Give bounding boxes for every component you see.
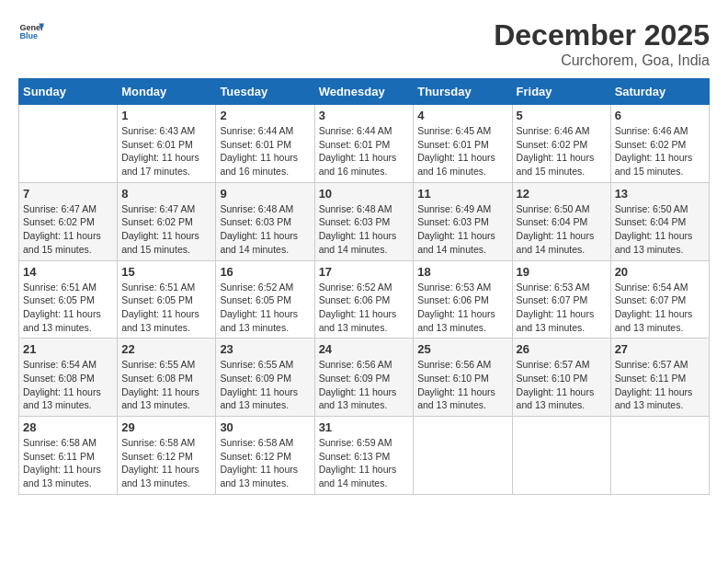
day-info: Sunrise: 6:56 AM Sunset: 6:10 PM Dayligh… xyxy=(417,358,507,412)
day-number: 23 xyxy=(220,342,310,356)
calendar-cell: 9Sunrise: 6:48 AM Sunset: 6:03 PM Daylig… xyxy=(216,182,314,260)
day-info: Sunrise: 6:54 AM Sunset: 6:08 PM Dayligh… xyxy=(23,358,113,412)
logo: General Blue xyxy=(18,18,44,44)
logo-icon: General Blue xyxy=(18,18,44,44)
day-number: 3 xyxy=(319,109,410,122)
calendar-cell: 7Sunrise: 6:47 AM Sunset: 6:02 PM Daylig… xyxy=(19,182,118,260)
day-info: Sunrise: 6:53 AM Sunset: 6:06 PM Dayligh… xyxy=(417,281,507,335)
day-info: Sunrise: 6:56 AM Sunset: 6:09 PM Dayligh… xyxy=(319,358,410,412)
day-number: 31 xyxy=(319,420,410,434)
day-info: Sunrise: 6:53 AM Sunset: 6:07 PM Dayligh… xyxy=(517,281,607,335)
weekday-monday: Monday xyxy=(118,79,216,105)
day-number: 24 xyxy=(319,342,410,356)
day-number: 21 xyxy=(23,342,113,356)
day-info: Sunrise: 6:44 AM Sunset: 6:01 PM Dayligh… xyxy=(220,124,310,178)
calendar-body: 1Sunrise: 6:43 AM Sunset: 6:01 PM Daylig… xyxy=(19,105,710,495)
day-number: 14 xyxy=(23,265,113,279)
calendar-cell xyxy=(19,105,118,183)
weekday-friday: Friday xyxy=(512,79,610,105)
day-info: Sunrise: 6:57 AM Sunset: 6:10 PM Dayligh… xyxy=(517,358,607,412)
calendar-cell: 21Sunrise: 6:54 AM Sunset: 6:08 PM Dayli… xyxy=(19,339,118,417)
day-number: 5 xyxy=(517,109,607,122)
day-info: Sunrise: 6:58 AM Sunset: 6:11 PM Dayligh… xyxy=(23,436,113,490)
day-info: Sunrise: 6:48 AM Sunset: 6:03 PM Dayligh… xyxy=(319,202,410,257)
calendar-week-row: 1Sunrise: 6:43 AM Sunset: 6:01 PM Daylig… xyxy=(19,105,710,183)
weekday-tuesday: Tuesday xyxy=(216,79,314,105)
day-info: Sunrise: 6:48 AM Sunset: 6:03 PM Dayligh… xyxy=(220,202,310,257)
calendar-cell: 16Sunrise: 6:52 AM Sunset: 6:05 PM Dayli… xyxy=(216,260,314,339)
day-info: Sunrise: 6:55 AM Sunset: 6:09 PM Dayligh… xyxy=(220,358,310,412)
day-number: 17 xyxy=(319,265,410,279)
calendar-cell: 8Sunrise: 6:47 AM Sunset: 6:02 PM Daylig… xyxy=(118,182,216,260)
day-number: 4 xyxy=(417,109,507,122)
calendar-cell: 14Sunrise: 6:51 AM Sunset: 6:05 PM Dayli… xyxy=(19,260,118,339)
day-info: Sunrise: 6:47 AM Sunset: 6:02 PM Dayligh… xyxy=(121,202,211,257)
day-number: 25 xyxy=(417,342,507,356)
calendar-cell: 22Sunrise: 6:55 AM Sunset: 6:08 PM Dayli… xyxy=(118,339,216,417)
calendar-cell: 30Sunrise: 6:58 AM Sunset: 6:12 PM Dayli… xyxy=(216,417,314,495)
page-header: General Blue December 2025 Curchorem, Go… xyxy=(18,18,710,69)
calendar-cell: 29Sunrise: 6:58 AM Sunset: 6:12 PM Dayli… xyxy=(118,417,216,495)
calendar-cell: 31Sunrise: 6:59 AM Sunset: 6:13 PM Dayli… xyxy=(314,417,414,495)
calendar-cell xyxy=(610,417,709,495)
day-info: Sunrise: 6:52 AM Sunset: 6:06 PM Dayligh… xyxy=(319,281,410,335)
calendar-table: SundayMondayTuesdayWednesdayThursdayFrid… xyxy=(18,78,710,495)
weekday-header-row: SundayMondayTuesdayWednesdayThursdayFrid… xyxy=(19,79,710,105)
calendar-cell: 4Sunrise: 6:45 AM Sunset: 6:01 PM Daylig… xyxy=(414,105,512,183)
day-number: 13 xyxy=(615,187,705,201)
weekday-sunday: Sunday xyxy=(19,79,118,105)
day-number: 20 xyxy=(615,265,705,279)
calendar-cell: 11Sunrise: 6:49 AM Sunset: 6:03 PM Dayli… xyxy=(414,182,512,260)
day-info: Sunrise: 6:46 AM Sunset: 6:02 PM Dayligh… xyxy=(615,124,705,178)
calendar-cell xyxy=(512,417,610,495)
calendar-week-row: 7Sunrise: 6:47 AM Sunset: 6:02 PM Daylig… xyxy=(19,182,710,260)
calendar-cell: 27Sunrise: 6:57 AM Sunset: 6:11 PM Dayli… xyxy=(610,339,709,417)
day-number: 11 xyxy=(417,187,507,201)
day-number: 16 xyxy=(220,265,310,279)
day-number: 2 xyxy=(220,109,310,122)
day-info: Sunrise: 6:51 AM Sunset: 6:05 PM Dayligh… xyxy=(121,281,211,335)
day-info: Sunrise: 6:46 AM Sunset: 6:02 PM Dayligh… xyxy=(517,124,607,178)
day-info: Sunrise: 6:59 AM Sunset: 6:13 PM Dayligh… xyxy=(319,436,410,490)
calendar-cell: 18Sunrise: 6:53 AM Sunset: 6:06 PM Dayli… xyxy=(414,260,512,339)
day-number: 29 xyxy=(121,420,211,434)
calendar-cell: 10Sunrise: 6:48 AM Sunset: 6:03 PM Dayli… xyxy=(314,182,414,260)
calendar-cell: 6Sunrise: 6:46 AM Sunset: 6:02 PM Daylig… xyxy=(610,105,709,183)
calendar-cell: 20Sunrise: 6:54 AM Sunset: 6:07 PM Dayli… xyxy=(610,260,709,339)
calendar-week-row: 21Sunrise: 6:54 AM Sunset: 6:08 PM Dayli… xyxy=(19,339,710,417)
weekday-saturday: Saturday xyxy=(610,79,709,105)
month-year-title: December 2025 xyxy=(494,18,710,52)
day-number: 28 xyxy=(23,420,113,434)
day-number: 19 xyxy=(517,265,607,279)
day-number: 15 xyxy=(121,265,211,279)
location-subtitle: Curchorem, Goa, India xyxy=(494,52,710,69)
day-info: Sunrise: 6:54 AM Sunset: 6:07 PM Dayligh… xyxy=(615,281,705,335)
calendar-cell: 13Sunrise: 6:50 AM Sunset: 6:04 PM Dayli… xyxy=(610,182,709,260)
day-number: 27 xyxy=(615,342,705,356)
calendar-week-row: 14Sunrise: 6:51 AM Sunset: 6:05 PM Dayli… xyxy=(19,260,710,339)
day-info: Sunrise: 6:52 AM Sunset: 6:05 PM Dayligh… xyxy=(220,281,310,335)
day-info: Sunrise: 6:57 AM Sunset: 6:11 PM Dayligh… xyxy=(615,358,705,412)
day-info: Sunrise: 6:58 AM Sunset: 6:12 PM Dayligh… xyxy=(121,436,211,490)
day-number: 12 xyxy=(517,187,607,201)
calendar-cell: 25Sunrise: 6:56 AM Sunset: 6:10 PM Dayli… xyxy=(414,339,512,417)
day-info: Sunrise: 6:43 AM Sunset: 6:01 PM Dayligh… xyxy=(121,124,211,178)
day-number: 10 xyxy=(319,187,410,201)
day-number: 7 xyxy=(23,187,113,201)
svg-text:Blue: Blue xyxy=(19,31,38,40)
day-info: Sunrise: 6:49 AM Sunset: 6:03 PM Dayligh… xyxy=(417,202,507,257)
day-number: 26 xyxy=(517,342,607,356)
calendar-cell: 19Sunrise: 6:53 AM Sunset: 6:07 PM Dayli… xyxy=(512,260,610,339)
calendar-cell: 12Sunrise: 6:50 AM Sunset: 6:04 PM Dayli… xyxy=(512,182,610,260)
day-info: Sunrise: 6:44 AM Sunset: 6:01 PM Dayligh… xyxy=(319,124,410,178)
calendar-cell: 26Sunrise: 6:57 AM Sunset: 6:10 PM Dayli… xyxy=(512,339,610,417)
day-info: Sunrise: 6:47 AM Sunset: 6:02 PM Dayligh… xyxy=(23,202,113,257)
calendar-cell: 23Sunrise: 6:55 AM Sunset: 6:09 PM Dayli… xyxy=(216,339,314,417)
calendar-cell: 1Sunrise: 6:43 AM Sunset: 6:01 PM Daylig… xyxy=(118,105,216,183)
calendar-cell: 2Sunrise: 6:44 AM Sunset: 6:01 PM Daylig… xyxy=(216,105,314,183)
calendar-week-row: 28Sunrise: 6:58 AM Sunset: 6:11 PM Dayli… xyxy=(19,417,710,495)
calendar-cell xyxy=(414,417,512,495)
day-info: Sunrise: 6:51 AM Sunset: 6:05 PM Dayligh… xyxy=(23,281,113,335)
day-number: 9 xyxy=(220,187,310,201)
weekday-thursday: Thursday xyxy=(414,79,512,105)
